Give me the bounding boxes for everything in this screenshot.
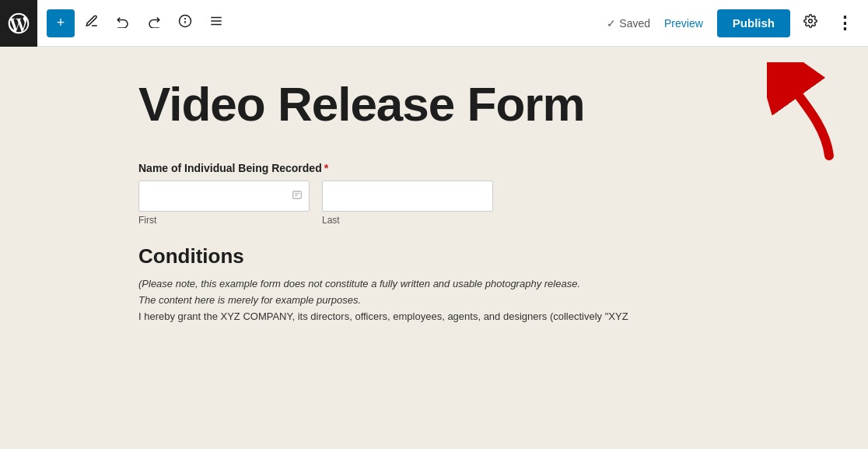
redo-icon bbox=[147, 14, 161, 32]
add-block-button[interactable]: + bbox=[47, 9, 75, 37]
gear-icon bbox=[803, 14, 817, 32]
name-field-label: Name of Individual Being Recorded* bbox=[138, 162, 730, 174]
info-button[interactable] bbox=[171, 9, 199, 37]
wp-logo[interactable] bbox=[0, 0, 37, 47]
wordpress-icon bbox=[6, 11, 31, 36]
more-icon: ⋮ bbox=[836, 13, 854, 33]
input-icon bbox=[292, 190, 303, 203]
saved-label: Saved bbox=[619, 17, 650, 30]
conditions-heading: Conditions bbox=[138, 244, 730, 268]
redo-button[interactable] bbox=[140, 9, 168, 37]
page-content: Video Release Form Name of Individual Be… bbox=[138, 78, 730, 418]
checkmark-icon: ✓ bbox=[607, 17, 616, 30]
name-fields: First Last bbox=[138, 181, 730, 226]
main-content: Video Release Form Name of Individual Be… bbox=[0, 47, 868, 449]
pencil-icon bbox=[85, 14, 99, 32]
add-icon: + bbox=[57, 15, 65, 31]
first-name-input[interactable] bbox=[138, 181, 310, 212]
toolbar: + bbox=[0, 0, 868, 47]
tools-button[interactable] bbox=[78, 9, 106, 37]
publish-label: Publish bbox=[733, 16, 775, 30]
publish-button[interactable]: Publish bbox=[717, 9, 790, 37]
undo-button[interactable] bbox=[109, 9, 137, 37]
preview-button[interactable]: Preview bbox=[656, 12, 711, 34]
annotation-arrow bbox=[767, 62, 829, 156]
conditions-text: (Please note, this example form does not… bbox=[138, 276, 730, 324]
required-indicator: * bbox=[324, 162, 328, 174]
svg-point-6 bbox=[809, 19, 813, 23]
settings-button[interactable] bbox=[796, 9, 824, 37]
list-view-icon bbox=[209, 14, 223, 32]
form-section: Name of Individual Being Recorded* bbox=[138, 162, 730, 226]
first-name-sub-label: First bbox=[138, 215, 310, 226]
toolbar-right: ✓ Saved Preview Publish ⋮ bbox=[607, 9, 859, 37]
undo-icon bbox=[116, 14, 130, 32]
red-arrow-svg bbox=[767, 62, 845, 163]
first-name-field-wrap: First bbox=[138, 181, 310, 226]
conditions-section: Conditions (Please note, this example fo… bbox=[138, 244, 730, 324]
page-title: Video Release Form bbox=[138, 78, 730, 131]
saved-status: ✓ Saved bbox=[607, 17, 650, 30]
last-name-input[interactable] bbox=[322, 181, 493, 212]
list-view-button[interactable] bbox=[202, 9, 230, 37]
info-icon bbox=[178, 14, 192, 32]
more-options-button[interactable]: ⋮ bbox=[831, 9, 859, 37]
preview-label: Preview bbox=[664, 17, 703, 30]
last-name-field-wrap: Last bbox=[322, 181, 493, 226]
last-name-sub-label: Last bbox=[322, 215, 493, 226]
